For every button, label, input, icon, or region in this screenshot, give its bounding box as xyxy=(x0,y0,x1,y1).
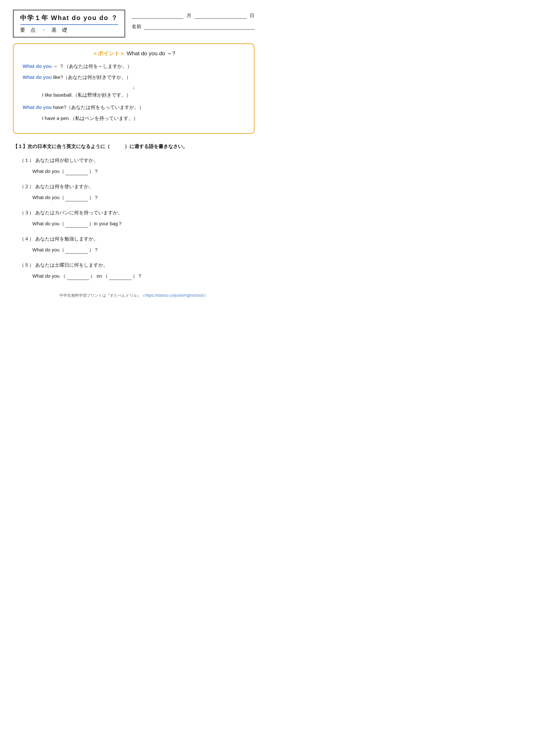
name-underline xyxy=(144,23,255,30)
problem-japanese-2: （２） あなたは何を使いますか。 xyxy=(19,182,255,191)
problem-japanese-3: （３） あなたはカバンに何を持っていますか。 xyxy=(19,208,255,217)
point-title: ＜ポイント＞ What do you do ～? xyxy=(23,50,245,57)
problem-english-3: What do you（）in your bag？ xyxy=(32,220,255,228)
day-label: 日 xyxy=(250,13,255,19)
point-line-3-rest: have?（あなたは何をもっていますか。） xyxy=(52,104,144,110)
exercise-section: 【１】次の日本文に合う英文になるように（ ）に適する語を書きなさい。 （１） あ… xyxy=(13,144,255,280)
problem-item-1: （１） あなたは何が欲しいですか。 What do you（）？ xyxy=(13,156,255,175)
footer-text-end: ） xyxy=(204,293,208,298)
blank-3[interactable] xyxy=(65,227,88,228)
name-line: 名前 xyxy=(132,23,255,30)
problem-english-2: What do you（）？ xyxy=(32,193,255,202)
problem-num-5: （５） xyxy=(19,261,34,269)
exercise-title: 【１】次の日本文に合う英文になるように（ ）に適する語を書きなさい。 xyxy=(13,144,255,149)
point-line-1: What do you ～ ？（あなたは何を～しますか。） xyxy=(23,62,245,70)
problem-item-3: （３） あなたはカバンに何を持っていますか。 What do you（）in y… xyxy=(13,208,255,228)
problem-num-4: （４） xyxy=(19,235,34,243)
footer-link[interactable]: https://startoo.co/juniorhighschool/ xyxy=(145,293,204,298)
problem-item-2: （２） あなたは何を使いますか。 What do you（）？ xyxy=(13,182,255,202)
subtitle: 要 点 ・ 基 礎 xyxy=(20,24,118,34)
blank-5b[interactable] xyxy=(109,280,132,280)
problem-num-2: （２） xyxy=(19,182,34,191)
date-name-area: 月 日 名前 xyxy=(132,10,255,30)
highlight-1: What do you xyxy=(23,63,52,69)
point-title-main: What do you do ～? xyxy=(127,50,175,57)
blank-1[interactable] xyxy=(65,175,88,175)
highlight-3: What do you xyxy=(23,104,52,110)
arrow-1: ↓ xyxy=(23,84,245,90)
footer-text: 中学生無料学習プリントは『すたぺんドリル』（ xyxy=(60,293,145,298)
name-label: 名前 xyxy=(132,24,141,30)
point-line-2-rest: like?（あなたは何が好きですか。） xyxy=(52,74,131,80)
answer-line-2: I have a pen.（私はペンを持っています。） xyxy=(42,114,245,122)
point-line-1-rest: ～ ？（あなたは何を～しますか。） xyxy=(52,63,132,69)
problem-item-5: （５） あなたは土曜日に何をしますか。 What do you （） on （）… xyxy=(13,261,255,280)
problem-english-1: What do you（）？ xyxy=(32,167,255,176)
blank-2[interactable] xyxy=(65,201,88,202)
page-title: 中学１年 What do you do ？ xyxy=(20,14,118,22)
blank-4[interactable] xyxy=(65,254,88,254)
problem-num-3: （３） xyxy=(19,208,34,217)
problem-english-4: What do you（）？ xyxy=(32,246,255,254)
month-underline xyxy=(132,12,183,19)
problem-english-5: What do you （） on （）？ xyxy=(32,272,255,280)
header-area: 中学１年 What do you do ？ 要 点 ・ 基 礎 月 日 名前 xyxy=(13,10,255,38)
point-box: ＜ポイント＞ What do you do ～? What do you ～ ？… xyxy=(13,43,255,134)
problem-japanese-1: （１） あなたは何が欲しいですか。 xyxy=(19,156,255,165)
point-line-3: What do you have?（あなたは何をもっていますか。） xyxy=(23,103,245,111)
problem-num-1: （１） xyxy=(19,156,34,165)
point-title-prefix: ＜ポイント＞ xyxy=(92,50,125,57)
day-underline xyxy=(195,12,246,19)
month-label: 月 xyxy=(187,13,191,19)
title-box: 中学１年 What do you do ？ 要 点 ・ 基 礎 xyxy=(13,10,125,38)
problem-japanese-5: （５） あなたは土曜日に何をしますか。 xyxy=(19,261,255,269)
problem-japanese-4: （４） あなたは何を勉強しますか。 xyxy=(19,235,255,243)
blank-5a[interactable] xyxy=(67,280,89,280)
date-line: 月 日 xyxy=(132,12,255,19)
answer-line-1: I like baseball.（私は野球が好きです。） xyxy=(42,91,245,99)
point-line-2: What do you like?（あなたは何が好きですか。） xyxy=(23,73,245,81)
problem-item-4: （４） あなたは何を勉強しますか。 What do you（）？ xyxy=(13,235,255,254)
footer: 中学生無料学習プリントは『すたぺんドリル』（https://startoo.co… xyxy=(13,293,255,298)
highlight-2: What do you xyxy=(23,74,52,80)
